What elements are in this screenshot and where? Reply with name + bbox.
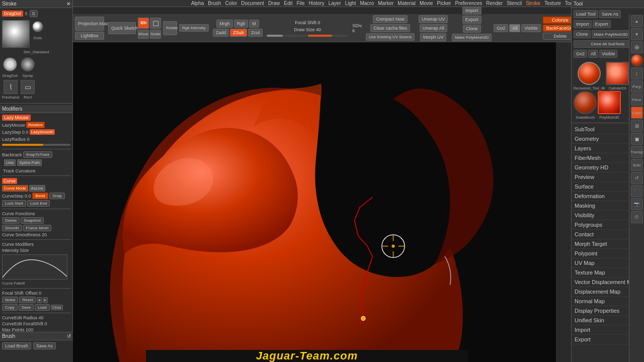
menu-history[interactable]: History	[309, 1, 325, 6]
projection-master-btn[interactable]: Projection Master	[75, 17, 104, 31]
lazysmooth-tag[interactable]: LazySmooth	[30, 129, 55, 135]
load-btn[interactable]: Load	[35, 304, 50, 311]
brush-panel-header[interactable]: Brush ↺	[0, 332, 73, 340]
zadd-btn[interactable]: Zadd	[213, 29, 229, 37]
solo-icon[interactable]: Solo	[631, 159, 643, 171]
bend-btn[interactable]: Bend	[32, 193, 49, 199]
quick-sketch-btn[interactable]: Quick Sketch	[108, 22, 136, 34]
morph-uv-btn[interactable]: Morph UV	[420, 33, 447, 41]
move-btn[interactable]: Move	[138, 30, 149, 39]
brush-preview-main[interactable]	[2, 20, 30, 48]
dots-brush-icon[interactable]	[32, 21, 43, 32]
persp-icon[interactable]: Perp	[631, 80, 643, 93]
close-btn[interactable]: Close	[51, 305, 63, 310]
dragdot-brush-icon[interactable]	[3, 57, 17, 71]
menu-movie[interactable]: Movie	[420, 1, 433, 6]
recovered-tool-preview[interactable]	[578, 62, 601, 85]
rgb-intensity-btn[interactable]: Rgb Intensity	[179, 24, 209, 32]
save-as-tool-btn[interactable]: Save As	[599, 10, 621, 18]
curve-mode-btn[interactable]: Curve Mode	[2, 185, 28, 192]
rollback-icon[interactable]: ↺	[631, 172, 643, 184]
lightbox-btn[interactable]: LightBox	[75, 32, 104, 40]
scale-btn[interactable]: Scale	[150, 30, 161, 39]
load-brush-btn[interactable]: Load Brush	[2, 342, 31, 349]
menu-light[interactable]: Light	[345, 1, 356, 6]
fill-icon[interactable]: ◼	[631, 133, 643, 145]
close-stroke-icon[interactable]: ✕	[66, 1, 70, 7]
snap-btn[interactable]: Snap	[49, 193, 65, 199]
import-tool-btn[interactable]: Import	[574, 20, 592, 28]
add-icon[interactable]: ⊕	[631, 41, 643, 53]
time-icon[interactable]: ⏱	[631, 211, 643, 223]
action-line-icon[interactable]: ↕	[631, 67, 643, 79]
transparency-icon[interactable]: Transp	[631, 146, 643, 158]
menu-document[interactable]: Document	[241, 1, 264, 6]
snapshot-btn[interactable]: Snapshot	[21, 217, 44, 224]
snap-to-track-btn[interactable]: SnapToTrack	[23, 151, 53, 158]
cylinder-preview[interactable]	[606, 62, 629, 85]
menu-stroke[interactable]: Stroke	[526, 1, 540, 6]
draw-mode-btn[interactable]: ✏	[138, 18, 149, 29]
menu-material[interactable]: Material	[397, 1, 416, 6]
copy-btn[interactable]: Copy	[2, 304, 18, 311]
line-btn[interactable]: Line	[4, 159, 16, 166]
all-btn[interactable]: All	[509, 24, 520, 32]
all-tool-btn[interactable]: All	[588, 50, 598, 58]
menu-stencil[interactable]: Stencil	[507, 1, 522, 6]
noise-btn[interactable]: Noise	[2, 297, 18, 303]
export-tool-btn[interactable]: Export	[593, 20, 611, 28]
reset-btn[interactable]: Reset	[19, 297, 36, 303]
menu-preferences[interactable]: Preferences	[455, 1, 482, 6]
curve-delete-btn[interactable]: Delete	[2, 217, 20, 224]
visible-btn[interactable]: Visible	[521, 24, 540, 32]
modifiers-header[interactable]: Modifiers	[0, 105, 72, 113]
save-as-brush-btn[interactable]: Save As	[33, 342, 56, 349]
menu-texture[interactable]: Texture	[544, 1, 561, 6]
grid-icon[interactable]: ⊞	[631, 120, 643, 132]
lazy-mouse-tag[interactable]: Lazy Mouse	[2, 115, 31, 121]
zcut-btn[interactable]: Zcut	[248, 29, 263, 37]
rect-icon[interactable]: ▭	[21, 80, 35, 94]
export-btn[interactable]: Export	[462, 16, 481, 24]
menu-marker[interactable]: Marker	[378, 1, 393, 6]
spline-path-btn[interactable]: Spline Path	[17, 159, 42, 166]
snakehook-preview[interactable]	[574, 91, 597, 114]
rgb-btn[interactable]: Rgb	[234, 20, 249, 28]
freehand-icon[interactable]: ⌇	[4, 80, 18, 94]
curve-falloff-preview[interactable]	[2, 254, 67, 280]
menu-alpha[interactable]: Alpha	[191, 1, 204, 6]
menu-color[interactable]: Color	[225, 1, 237, 6]
rotate-btn[interactable]: Rotate	[163, 21, 177, 35]
m-btn[interactable]: M	[249, 20, 259, 28]
zsub-btn[interactable]: ZSub	[230, 29, 247, 37]
local-icon[interactable]: Lsym	[631, 107, 643, 119]
clone-tool-btn[interactable]: Clone	[574, 30, 591, 38]
menu-brush[interactable]: Brush	[208, 1, 221, 6]
move-up-icon[interactable]: ▲	[631, 15, 643, 27]
unwrap-all-btn[interactable]: Unwrap All	[420, 24, 447, 32]
compact-now-btn[interactable]: Compact Now	[373, 15, 408, 23]
saveimg-icon[interactable]: ⬛	[631, 185, 643, 197]
make-polymesh-tool-btn[interactable]: Make PolyMesh3D	[592, 30, 630, 38]
tool-panel-header[interactable]: Tool	[572, 0, 644, 8]
lock-end-btn[interactable]: Lock End	[27, 200, 50, 207]
brush-sphere-icon[interactable]	[631, 54, 643, 66]
load-tool-btn[interactable]: Load Tool	[574, 10, 598, 18]
erase-mode-btn[interactable]: ◻	[150, 18, 161, 29]
dragdot-tag[interactable]: DragDot	[2, 11, 23, 17]
stroke-panel-header[interactable]: Stroke ✕	[0, 0, 72, 8]
canvas-area[interactable]: Jaguar-Team.com	[73, 42, 556, 362]
clear-cache-btn[interactable]: Clear cacha files	[370, 24, 410, 32]
polymesh-preview[interactable]	[598, 91, 621, 114]
menu-edit[interactable]: Edit	[284, 1, 292, 6]
save-btn[interactable]: Save	[19, 304, 34, 311]
spray-brush-icon[interactable]	[21, 57, 35, 71]
lock-start-btn[interactable]: Lock Start	[2, 200, 26, 207]
menu-layer[interactable]: Layer	[329, 1, 341, 6]
go2-tool-btn[interactable]: Go2	[574, 50, 587, 58]
frame-mesh-btn[interactable]: Frame Mesh	[23, 225, 52, 231]
use-existing-btn[interactable]: Use Existing UV Seams	[366, 33, 415, 41]
s-btn[interactable]: S	[30, 10, 38, 17]
move-down-icon[interactable]: ▼	[631, 28, 643, 40]
menu-file[interactable]: File	[296, 1, 304, 6]
